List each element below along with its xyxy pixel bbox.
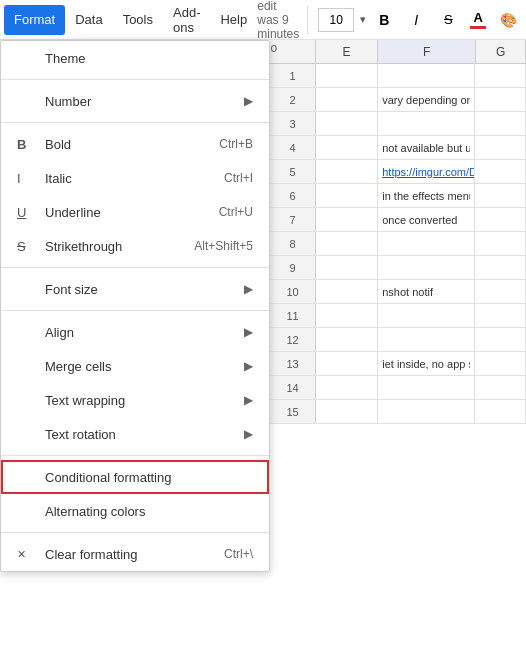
row-num-14: 14 <box>270 376 316 399</box>
menu-item-theme[interactable]: Theme <box>1 41 269 75</box>
cell-f3[interactable] <box>378 112 475 135</box>
cell-g8[interactable] <box>475 232 526 255</box>
cell-e3[interactable] <box>316 112 378 135</box>
table-row: 15 <box>270 400 526 424</box>
cell-f11[interactable] <box>378 304 475 327</box>
menu-item-text-wrapping[interactable]: Text wrapping ▶ <box>1 383 269 417</box>
cell-f12[interactable] <box>378 328 475 351</box>
menu-help[interactable]: Help <box>210 5 257 35</box>
menu-addons[interactable]: Add-ons <box>163 5 210 35</box>
menu-item-italic[interactable]: I Italic Ctrl+I <box>1 161 269 195</box>
bold-label: Bold <box>45 137 219 152</box>
font-color-button[interactable]: A <box>466 6 490 34</box>
cell-g13[interactable] <box>475 352 526 375</box>
cell-f4[interactable]: not available but updated the schema <box>378 136 475 159</box>
cell-g1[interactable] <box>475 64 526 87</box>
menu-item-clear-formatting[interactable]: ✕ Clear formatting Ctrl+\ <box>1 537 269 571</box>
cell-g9[interactable] <box>475 256 526 279</box>
cell-f7[interactable]: once converted <box>378 208 475 231</box>
menu-item-font-size[interactable]: Font size ▶ <box>1 272 269 306</box>
cell-f5[interactable]: https://imgur.com/DmrNoKZ <box>378 160 475 183</box>
row-num-3: 3 <box>270 112 316 135</box>
cell-g2[interactable] <box>475 88 526 111</box>
cell-f2[interactable]: vary depending on Android version <box>378 88 475 111</box>
number-label: Number <box>45 94 244 109</box>
menu-item-text-rotation[interactable]: Text rotation ▶ <box>1 417 269 451</box>
col-header-g[interactable]: G <box>476 40 526 63</box>
cell-link[interactable]: https://imgur.com/DmrNoKZ <box>382 166 475 178</box>
cell-f6[interactable]: in the effects menu <box>378 184 475 207</box>
menu-data[interactable]: Data <box>65 5 112 35</box>
cell-text: not available but updated the schema <box>382 142 470 154</box>
text-wrapping-label: Text wrapping <box>45 393 244 408</box>
row-num-11: 11 <box>270 304 316 327</box>
alternating-colors-label: Alternating colors <box>45 504 253 519</box>
cell-g11[interactable] <box>475 304 526 327</box>
cell-f8[interactable] <box>378 232 475 255</box>
row-num-7: 7 <box>270 208 316 231</box>
cell-g14[interactable] <box>475 376 526 399</box>
underline-icon: U <box>17 205 37 220</box>
cell-f10[interactable]: nshot notif <box>378 280 475 303</box>
menu-item-number[interactable]: Number ▶ <box>1 84 269 118</box>
cell-e5[interactable] <box>316 160 378 183</box>
col-header-f[interactable]: F <box>378 40 477 63</box>
bold-icon: B <box>17 137 37 152</box>
menu-item-merge-cells[interactable]: Merge cells ▶ <box>1 349 269 383</box>
cell-g6[interactable] <box>475 184 526 207</box>
menu-bar: Format Data Tools Add-ons Help <box>4 5 257 35</box>
paint-format-button[interactable]: 🎨 <box>494 6 522 34</box>
cell-f13[interactable]: iet inside, no app showing in playstore <box>378 352 475 375</box>
cell-g3[interactable] <box>475 112 526 135</box>
cell-g4[interactable] <box>475 136 526 159</box>
cell-e13[interactable] <box>316 352 378 375</box>
cell-g12[interactable] <box>475 328 526 351</box>
text-rotation-arrow: ▶ <box>244 427 253 441</box>
cell-f1[interactable] <box>378 64 475 87</box>
strikethrough-button[interactable]: S <box>434 6 462 34</box>
cell-f15[interactable] <box>378 400 475 423</box>
cell-e2[interactable] <box>316 88 378 111</box>
font-size-input[interactable] <box>318 8 354 32</box>
cell-f14[interactable] <box>378 376 475 399</box>
cell-e4[interactable] <box>316 136 378 159</box>
cell-e6[interactable] <box>316 184 378 207</box>
cell-g10[interactable] <box>475 280 526 303</box>
menu-item-align[interactable]: Align ▶ <box>1 315 269 349</box>
menu-item-bold[interactable]: B Bold Ctrl+B <box>1 127 269 161</box>
cell-e8[interactable] <box>316 232 378 255</box>
menu-item-underline[interactable]: U Underline Ctrl+U <box>1 195 269 229</box>
cell-e10[interactable] <box>316 280 378 303</box>
cell-e15[interactable] <box>316 400 378 423</box>
cell-e11[interactable] <box>316 304 378 327</box>
cell-g15[interactable] <box>475 400 526 423</box>
clear-formatting-icon: ✕ <box>17 548 37 561</box>
cell-e14[interactable] <box>316 376 378 399</box>
menu-item-alternating-colors[interactable]: Alternating colors <box>1 494 269 528</box>
row-num-1: 1 <box>270 64 316 87</box>
cell-e7[interactable] <box>316 208 378 231</box>
spreadsheet: E F G 1 2 vary depending on Android vers… <box>270 40 526 650</box>
col-header-e[interactable]: E <box>316 40 378 63</box>
table-row: 2 vary depending on Android version <box>270 88 526 112</box>
cell-g5[interactable] <box>475 160 526 183</box>
table-row: 1 <box>270 64 526 88</box>
row-num-8: 8 <box>270 232 316 255</box>
italic-button[interactable]: I <box>402 6 430 34</box>
font-size-dropdown[interactable]: ▾ <box>360 13 366 26</box>
menu-item-strikethrough[interactable]: S Strikethrough Alt+Shift+5 <box>1 229 269 263</box>
cell-e1[interactable] <box>316 64 378 87</box>
bold-button[interactable]: B <box>370 6 398 34</box>
menu-format[interactable]: Format <box>4 5 65 35</box>
cell-f9[interactable] <box>378 256 475 279</box>
clear-formatting-label: Clear formatting <box>45 547 224 562</box>
menu-tools[interactable]: Tools <box>113 5 163 35</box>
cell-g7[interactable] <box>475 208 526 231</box>
table-row: 6 in the effects menu <box>270 184 526 208</box>
cell-e12[interactable] <box>316 328 378 351</box>
strikethrough-icon: S <box>17 239 37 254</box>
cell-text: nshot notif <box>382 286 433 298</box>
cell-e9[interactable] <box>316 256 378 279</box>
table-row: 14 <box>270 376 526 400</box>
menu-item-conditional-formatting[interactable]: Conditional formatting <box>1 460 269 494</box>
